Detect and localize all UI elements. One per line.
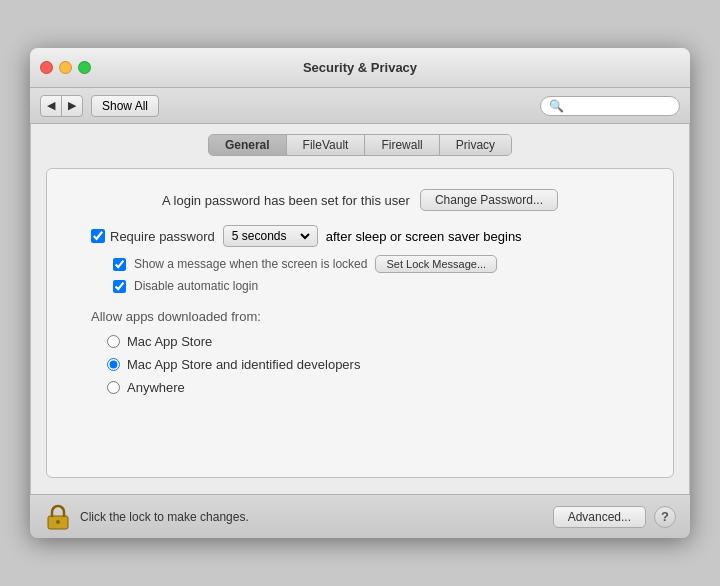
disable-login-row: Disable automatic login: [71, 279, 649, 293]
disable-login-checkbox[interactable]: [113, 280, 126, 293]
require-password-row: Require password 5 seconds immediately 1…: [71, 225, 649, 247]
toolbar: ◀ ▶ Show All 🔍: [30, 88, 690, 124]
radio-mac-app-store-label: Mac App Store: [127, 334, 212, 349]
tab-bar: General FileVault Firewall Privacy: [46, 134, 674, 156]
login-password-row: A login password has been set for this u…: [71, 189, 649, 211]
tab-privacy[interactable]: Privacy: [440, 135, 511, 155]
bottom-buttons: Advanced... ?: [553, 506, 676, 528]
svg-point-1: [56, 520, 60, 524]
login-password-text: A login password has been set for this u…: [162, 193, 410, 208]
radio-anywhere-input[interactable]: [107, 381, 120, 394]
content-area: General FileVault Firewall Privacy A log…: [30, 124, 690, 494]
radio-identified-developers: Mac App Store and identified developers: [91, 357, 649, 372]
allow-apps-title: Allow apps downloaded from:: [91, 309, 649, 324]
require-password-checkbox[interactable]: [91, 229, 105, 243]
back-button[interactable]: ◀: [41, 96, 62, 116]
radio-mac-app-store-input[interactable]: [107, 335, 120, 348]
lock-text: Click the lock to make changes.: [80, 510, 249, 524]
window-title: Security & Privacy: [303, 60, 417, 75]
security-privacy-window: Security & Privacy ◀ ▶ Show All 🔍 Genera…: [30, 48, 690, 538]
bottom-bar: Click the lock to make changes. Advanced…: [30, 494, 690, 538]
show-all-button[interactable]: Show All: [91, 95, 159, 117]
radio-identified-developers-input[interactable]: [107, 358, 120, 371]
traffic-lights: [40, 61, 91, 74]
password-timeout-dropdown[interactable]: 5 seconds immediately 1 minute 5 minutes…: [228, 228, 313, 244]
radio-anywhere: Anywhere: [91, 380, 649, 395]
help-button[interactable]: ?: [654, 506, 676, 528]
tab-general[interactable]: General: [209, 135, 287, 155]
tab-filevault[interactable]: FileVault: [287, 135, 366, 155]
close-button[interactable]: [40, 61, 53, 74]
allow-apps-section: Allow apps downloaded from: Mac App Stor…: [71, 309, 649, 395]
advanced-button[interactable]: Advanced...: [553, 506, 646, 528]
search-box[interactable]: 🔍: [540, 96, 680, 116]
radio-anywhere-label: Anywhere: [127, 380, 185, 395]
tab-firewall[interactable]: Firewall: [365, 135, 439, 155]
radio-mac-app-store: Mac App Store: [91, 334, 649, 349]
general-panel: A login password has been set for this u…: [46, 168, 674, 478]
titlebar: Security & Privacy: [30, 48, 690, 88]
lock-icon[interactable]: [44, 503, 72, 531]
minimize-button[interactable]: [59, 61, 72, 74]
search-icon: 🔍: [549, 99, 564, 113]
change-password-button[interactable]: Change Password...: [420, 189, 558, 211]
after-sleep-text: after sleep or screen saver begins: [326, 229, 522, 244]
maximize-button[interactable]: [78, 61, 91, 74]
tab-group: General FileVault Firewall Privacy: [208, 134, 512, 156]
set-lock-message-button[interactable]: Set Lock Message...: [375, 255, 497, 273]
disable-login-label: Disable automatic login: [134, 279, 258, 293]
password-timeout-select[interactable]: 5 seconds immediately 1 minute 5 minutes…: [223, 225, 318, 247]
show-message-label: Show a message when the screen is locked: [134, 257, 367, 271]
forward-button[interactable]: ▶: [62, 96, 82, 116]
require-password-label: Require password: [91, 229, 215, 244]
radio-identified-developers-label: Mac App Store and identified developers: [127, 357, 360, 372]
nav-buttons: ◀ ▶: [40, 95, 83, 117]
show-message-checkbox[interactable]: [113, 258, 126, 271]
show-message-row: Show a message when the screen is locked…: [71, 255, 649, 273]
